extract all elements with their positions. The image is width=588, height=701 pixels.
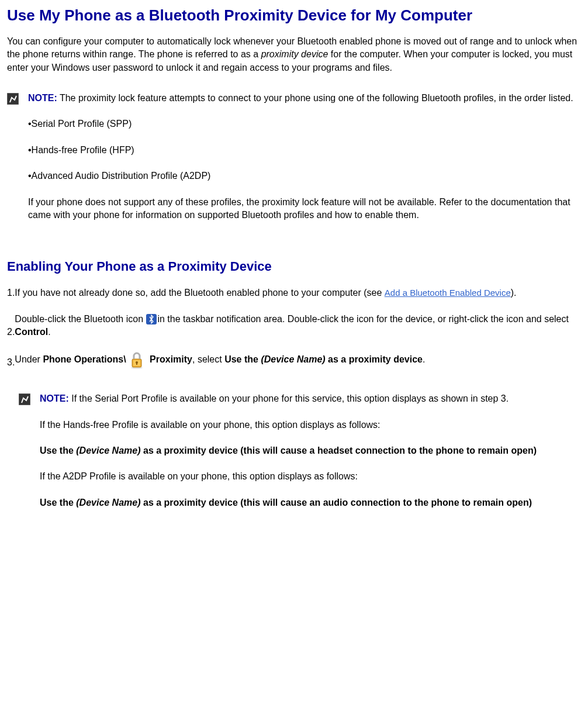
note2-label: NOTE: xyxy=(40,393,69,403)
profile-a2dp: •Advanced Audio Distribution Profile (A2… xyxy=(28,170,581,182)
lock-icon xyxy=(128,351,146,369)
step-3-text: Under Phone Operations\ Proximity, selec… xyxy=(15,351,581,369)
note2-p3: Use the (Device Name) as a proximity dev… xyxy=(40,444,581,457)
svg-rect-6 xyxy=(136,362,137,365)
step1-text1: If you have not already done so, add the… xyxy=(15,288,384,298)
step3-italic1: (Device Name) xyxy=(261,355,325,365)
step-3: 3. Under Phone Operations\ Proximity, se… xyxy=(7,351,581,369)
step-1-text: If you have not already done so, add the… xyxy=(15,286,581,299)
step3-bold1: Phone Operations\ xyxy=(43,355,126,365)
add-device-link[interactable]: Add a Bluetooth Enabled Device xyxy=(385,288,511,298)
note2-p5: Use the (Device Name) as a proximity dev… xyxy=(40,496,581,509)
note2-p5b: as a proximity device (this will cause a… xyxy=(141,498,532,507)
page-title: Use My Phone as a Bluetooth Proximity De… xyxy=(7,6,581,26)
intro-paragraph: You can configure your computer to autom… xyxy=(7,35,581,74)
bluetooth-icon xyxy=(146,314,157,324)
note-icon-2 xyxy=(19,393,30,405)
section-heading: Enabling Your Phone as a Proximity Devic… xyxy=(7,258,581,276)
note-content: NOTE: The proximity lock feature attempt… xyxy=(28,92,581,234)
note-block-2: NOTE: If the Serial Port Profile is avai… xyxy=(19,392,581,522)
note-block-1: NOTE: The proximity lock feature attempt… xyxy=(7,92,581,234)
note2-p1: NOTE: If the Serial Port Profile is avai… xyxy=(40,392,581,405)
note2-p4: If the A2DP Profile is available on your… xyxy=(40,470,581,483)
note2-p2: If the Hands-free Profile is available o… xyxy=(40,419,581,431)
step3-text4: . xyxy=(423,355,425,365)
note2-p3b: as a proximity device (this will cause a… xyxy=(141,446,537,455)
note1-body: The proximity lock feature attempts to c… xyxy=(57,93,573,103)
note2-p1-text: If the Serial Port Profile is available … xyxy=(69,393,509,403)
note2-p5a: Use the xyxy=(40,498,76,507)
step-2-num: 2. xyxy=(7,326,15,339)
step2-text1: Double-click the Bluetooth icon xyxy=(15,314,146,324)
note2-content: NOTE: If the Serial Port Profile is avai… xyxy=(40,392,581,522)
step3-bold3b: as a proximity device xyxy=(326,355,423,365)
step2-text3: . xyxy=(48,327,50,337)
note2-p5italic: (Device Name) xyxy=(76,498,140,507)
step3-text3: , select xyxy=(192,355,224,365)
step-2: 2. Double-click the Bluetooth icon in th… xyxy=(7,313,581,339)
intro-italic: proximity device xyxy=(261,49,328,59)
note-label: NOTE: xyxy=(28,93,57,103)
step2-bold: Control xyxy=(15,327,48,337)
steps-list: 1. If you have not already done so, add … xyxy=(7,286,581,369)
step-1: 1. If you have not already done so, add … xyxy=(7,286,581,299)
step3-bold2: Proximity xyxy=(150,355,192,365)
note-icon xyxy=(7,93,19,105)
step-2-text: Double-click the Bluetooth icon in the t… xyxy=(15,313,581,339)
note1-footer: If your phone does not support any of th… xyxy=(28,196,581,222)
step-1-num: 1. xyxy=(7,286,15,299)
step3-bold3a: Use the xyxy=(224,355,261,365)
step3-text1: Under xyxy=(15,355,43,365)
note2-p3a: Use the xyxy=(40,446,76,455)
step-3-num: 3. xyxy=(7,356,15,369)
step1-text2: ). xyxy=(511,288,517,298)
profile-spp: •Serial Port Profile (SPP) xyxy=(28,118,581,130)
note1-text: NOTE: The proximity lock feature attempt… xyxy=(28,92,581,105)
note2-p3italic: (Device Name) xyxy=(76,446,140,455)
step2-text2: in the taskbar notification area. Double… xyxy=(157,314,568,324)
profile-hfp: •Hands-free Profile (HFP) xyxy=(28,144,581,157)
